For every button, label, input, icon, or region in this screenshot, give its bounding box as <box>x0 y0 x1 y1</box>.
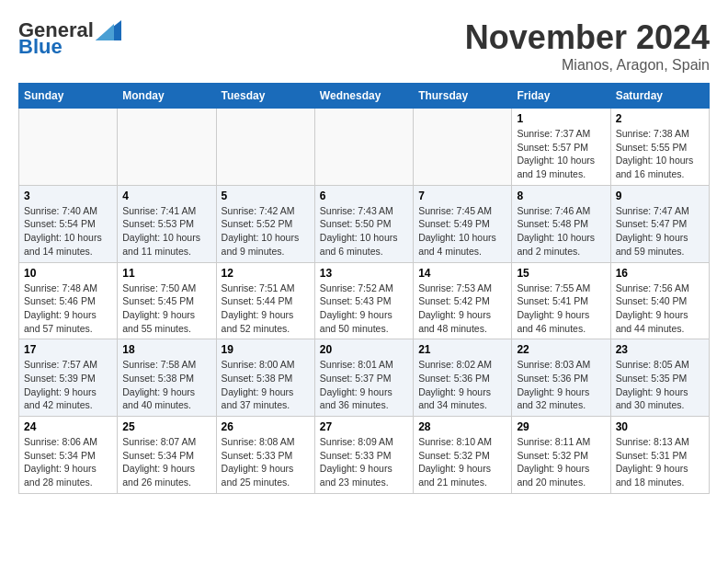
calendar-day-24: 24Sunrise: 8:06 AM Sunset: 5:34 PM Dayli… <box>19 417 118 494</box>
day-info-7: Sunrise: 7:45 AM Sunset: 5:49 PM Dayligh… <box>418 204 506 259</box>
day-info-13: Sunrise: 7:52 AM Sunset: 5:43 PM Dayligh… <box>320 282 408 336</box>
page-header: General Blue November 2024 Mianos, Arago… <box>18 18 710 74</box>
calendar-table: SundayMondayTuesdayWednesdayThursdayFrid… <box>18 83 710 494</box>
calendar-day-9: 9Sunrise: 7:47 AM Sunset: 5:47 PM Daylig… <box>610 185 709 262</box>
day-number-29: 29 <box>517 420 605 433</box>
day-number-17: 17 <box>24 343 112 356</box>
day-number-26: 26 <box>222 420 310 433</box>
calendar-day-12: 12Sunrise: 7:51 AM Sunset: 5:44 PM Dayli… <box>216 262 314 339</box>
day-number-6: 6 <box>320 190 408 202</box>
calendar-week-4: 17Sunrise: 7:57 AM Sunset: 5:39 PM Dayli… <box>19 339 710 417</box>
title-block: November 2024 Mianos, Aragon, Spain <box>465 18 710 74</box>
day-number-2: 2 <box>616 112 704 125</box>
weekday-header-friday: Friday <box>512 84 610 109</box>
empty-cell <box>314 109 413 186</box>
calendar-day-1: 1Sunrise: 7:37 AM Sunset: 5:57 PM Daylig… <box>512 109 610 186</box>
calendar-day-8: 8Sunrise: 7:46 AM Sunset: 5:48 PM Daylig… <box>512 185 610 262</box>
day-number-23: 23 <box>616 343 704 356</box>
empty-cell <box>19 109 118 186</box>
day-number-30: 30 <box>616 420 704 433</box>
calendar-day-25: 25Sunrise: 8:07 AM Sunset: 5:34 PM Dayli… <box>118 417 216 494</box>
day-info-26: Sunrise: 8:08 AM Sunset: 5:33 PM Dayligh… <box>222 435 310 489</box>
calendar-day-2: 2Sunrise: 7:38 AM Sunset: 5:55 PM Daylig… <box>610 109 709 186</box>
day-number-11: 11 <box>122 267 210 280</box>
logo-blue-text: Blue <box>18 35 63 59</box>
month-title: November 2024 <box>465 18 710 57</box>
calendar-day-23: 23Sunrise: 8:05 AM Sunset: 5:35 PM Dayli… <box>610 339 709 417</box>
calendar-day-18: 18Sunrise: 7:58 AM Sunset: 5:38 PM Dayli… <box>118 339 216 417</box>
day-info-10: Sunrise: 7:48 AM Sunset: 5:46 PM Dayligh… <box>24 282 112 336</box>
empty-cell <box>216 109 314 186</box>
day-info-25: Sunrise: 8:07 AM Sunset: 5:34 PM Dayligh… <box>122 435 210 489</box>
day-info-23: Sunrise: 8:05 AM Sunset: 5:35 PM Dayligh… <box>616 358 704 412</box>
day-number-9: 9 <box>616 190 704 202</box>
weekday-header-tuesday: Tuesday <box>216 84 314 109</box>
day-number-19: 19 <box>222 343 310 356</box>
weekday-header-saturday: Saturday <box>610 84 709 109</box>
day-number-3: 3 <box>24 190 112 202</box>
empty-cell <box>414 109 512 186</box>
day-number-28: 28 <box>418 420 506 433</box>
day-info-3: Sunrise: 7:40 AM Sunset: 5:54 PM Dayligh… <box>24 204 112 259</box>
location: Mianos, Aragon, Spain <box>465 57 710 74</box>
day-number-21: 21 <box>418 343 506 356</box>
day-info-28: Sunrise: 8:10 AM Sunset: 5:32 PM Dayligh… <box>418 435 506 489</box>
day-number-7: 7 <box>418 190 506 202</box>
day-number-13: 13 <box>320 267 408 280</box>
calendar-week-2: 3Sunrise: 7:40 AM Sunset: 5:54 PM Daylig… <box>19 185 710 262</box>
calendar-day-15: 15Sunrise: 7:55 AM Sunset: 5:41 PM Dayli… <box>512 262 610 339</box>
day-info-19: Sunrise: 8:00 AM Sunset: 5:38 PM Dayligh… <box>222 358 310 412</box>
day-info-30: Sunrise: 8:13 AM Sunset: 5:31 PM Dayligh… <box>616 435 704 489</box>
empty-cell <box>118 109 216 186</box>
day-info-6: Sunrise: 7:43 AM Sunset: 5:50 PM Dayligh… <box>320 204 408 259</box>
weekday-header-row: SundayMondayTuesdayWednesdayThursdayFrid… <box>19 84 710 109</box>
day-info-9: Sunrise: 7:47 AM Sunset: 5:47 PM Dayligh… <box>616 204 704 259</box>
day-number-5: 5 <box>222 190 310 202</box>
day-number-10: 10 <box>24 267 112 280</box>
day-info-5: Sunrise: 7:42 AM Sunset: 5:52 PM Dayligh… <box>222 204 310 259</box>
day-number-18: 18 <box>122 343 210 356</box>
day-info-4: Sunrise: 7:41 AM Sunset: 5:53 PM Dayligh… <box>122 204 210 259</box>
logo-icon <box>96 20 121 40</box>
day-number-20: 20 <box>320 343 408 356</box>
day-number-8: 8 <box>517 190 605 202</box>
calendar-day-17: 17Sunrise: 7:57 AM Sunset: 5:39 PM Dayli… <box>19 339 118 417</box>
calendar-day-6: 6Sunrise: 7:43 AM Sunset: 5:50 PM Daylig… <box>314 185 413 262</box>
day-info-8: Sunrise: 7:46 AM Sunset: 5:48 PM Dayligh… <box>517 204 605 259</box>
day-info-1: Sunrise: 7:37 AM Sunset: 5:57 PM Dayligh… <box>517 127 605 181</box>
calendar-day-22: 22Sunrise: 8:03 AM Sunset: 5:36 PM Dayli… <box>512 339 610 417</box>
calendar-week-1: 1Sunrise: 7:37 AM Sunset: 5:57 PM Daylig… <box>19 109 710 186</box>
day-info-11: Sunrise: 7:50 AM Sunset: 5:45 PM Dayligh… <box>122 282 210 336</box>
day-number-24: 24 <box>24 420 112 433</box>
calendar-day-30: 30Sunrise: 8:13 AM Sunset: 5:31 PM Dayli… <box>610 417 709 494</box>
calendar-day-7: 7Sunrise: 7:45 AM Sunset: 5:49 PM Daylig… <box>414 185 512 262</box>
weekday-header-sunday: Sunday <box>19 84 118 109</box>
day-number-16: 16 <box>616 267 704 280</box>
day-number-22: 22 <box>517 343 605 356</box>
day-info-18: Sunrise: 7:58 AM Sunset: 5:38 PM Dayligh… <box>122 358 210 412</box>
calendar-day-26: 26Sunrise: 8:08 AM Sunset: 5:33 PM Dayli… <box>216 417 314 494</box>
calendar-day-28: 28Sunrise: 8:10 AM Sunset: 5:32 PM Dayli… <box>414 417 512 494</box>
calendar-day-27: 27Sunrise: 8:09 AM Sunset: 5:33 PM Dayli… <box>314 417 413 494</box>
day-number-27: 27 <box>320 420 408 433</box>
day-info-24: Sunrise: 8:06 AM Sunset: 5:34 PM Dayligh… <box>24 435 112 489</box>
calendar-day-3: 3Sunrise: 7:40 AM Sunset: 5:54 PM Daylig… <box>19 185 118 262</box>
svg-marker-1 <box>96 24 114 40</box>
day-number-4: 4 <box>122 190 210 202</box>
day-info-21: Sunrise: 8:02 AM Sunset: 5:36 PM Dayligh… <box>418 358 506 412</box>
day-info-12: Sunrise: 7:51 AM Sunset: 5:44 PM Dayligh… <box>222 282 310 336</box>
calendar-day-13: 13Sunrise: 7:52 AM Sunset: 5:43 PM Dayli… <box>314 262 413 339</box>
calendar-day-16: 16Sunrise: 7:56 AM Sunset: 5:40 PM Dayli… <box>610 262 709 339</box>
calendar-day-4: 4Sunrise: 7:41 AM Sunset: 5:53 PM Daylig… <box>118 185 216 262</box>
calendar-day-21: 21Sunrise: 8:02 AM Sunset: 5:36 PM Dayli… <box>414 339 512 417</box>
day-number-25: 25 <box>122 420 210 433</box>
weekday-header-thursday: Thursday <box>414 84 512 109</box>
day-number-12: 12 <box>222 267 310 280</box>
day-info-27: Sunrise: 8:09 AM Sunset: 5:33 PM Dayligh… <box>320 435 408 489</box>
calendar-day-19: 19Sunrise: 8:00 AM Sunset: 5:38 PM Dayli… <box>216 339 314 417</box>
day-info-15: Sunrise: 7:55 AM Sunset: 5:41 PM Dayligh… <box>517 282 605 336</box>
logo: General Blue <box>18 18 121 59</box>
weekday-header-monday: Monday <box>118 84 216 109</box>
calendar-day-5: 5Sunrise: 7:42 AM Sunset: 5:52 PM Daylig… <box>216 185 314 262</box>
day-info-14: Sunrise: 7:53 AM Sunset: 5:42 PM Dayligh… <box>418 282 506 336</box>
